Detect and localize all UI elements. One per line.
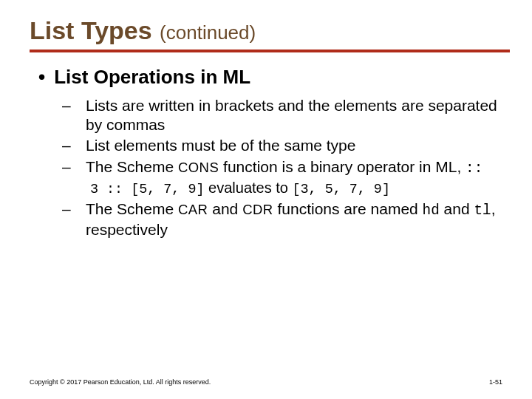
slide-title: List Types (continued) — [30, 16, 502, 45]
list-item: –Lists are written in brackets and the e… — [74, 96, 502, 134]
item-text: Lists are written in brackets and the el… — [86, 97, 497, 133]
example-line: 3 :: [5, 7, 9] evaluates to [3, 5, 7, 9] — [90, 180, 502, 197]
item-text: List elements must be of the same type — [86, 137, 355, 154]
title-main: List Types — [30, 16, 152, 44]
sub-bullets: –Lists are written in brackets and the e… — [38, 96, 502, 239]
tl-keyword: tl — [474, 202, 491, 219]
list-item: –The Scheme CONS function is a binary op… — [74, 157, 502, 178]
dash-icon: – — [74, 136, 86, 155]
cons-keyword: CONS — [178, 160, 219, 175]
cons-operator: :: — [466, 160, 482, 177]
item-mid: functions are named — [273, 200, 423, 217]
car-keyword: CAR — [178, 202, 208, 217]
title-sub: (continued) — [160, 21, 256, 44]
dash-icon: – — [74, 96, 86, 115]
item-mid: function is a binary operator in ML, — [219, 158, 466, 175]
item-and2: and — [440, 200, 474, 217]
item-pre: The Scheme — [86, 158, 178, 175]
item-and1: and — [208, 200, 242, 217]
bullet-dot: • — [38, 66, 49, 89]
example-verb: evaluates to — [205, 180, 293, 196]
footer: Copyright © 2017 Pearson Education, Ltd.… — [30, 378, 502, 386]
dash-icon: – — [74, 200, 86, 219]
example-lhs: 3 :: [5, 7, 9] — [90, 182, 205, 197]
dash-icon: – — [74, 157, 86, 177]
title-rule — [30, 50, 510, 52]
slide: List Types (continued) • List Operations… — [0, 0, 532, 399]
heading-text: List Operations in ML — [54, 66, 250, 88]
page-number: 1-51 — [489, 378, 502, 386]
section-heading: • List Operations in ML — [38, 66, 502, 89]
hd-keyword: hd — [423, 202, 440, 219]
example-rhs: [3, 5, 7, 9] — [292, 182, 389, 197]
item-pre: The Scheme — [86, 200, 178, 217]
list-item: –The Scheme CAR and CDR functions are na… — [74, 200, 502, 239]
list-item: –List elements must be of the same type — [74, 136, 502, 155]
cdr-keyword: CDR — [242, 202, 273, 217]
content: • List Operations in ML –Lists are writt… — [30, 66, 502, 239]
copyright-text: Copyright © 2017 Pearson Education, Ltd.… — [30, 378, 211, 386]
